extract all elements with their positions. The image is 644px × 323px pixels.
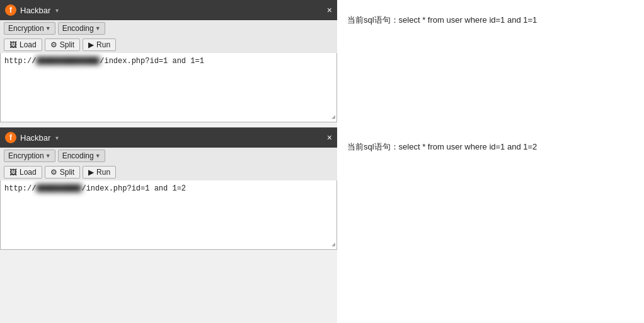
actions-row-1: 🖼 Load ⚙ Split ▶ Run bbox=[0, 37, 337, 53]
load-button-2[interactable]: 🖼 Load bbox=[4, 166, 42, 179]
split-icon-2: ⚙ bbox=[50, 168, 57, 177]
run-button-1[interactable]: ▶ Run bbox=[83, 38, 116, 51]
encryption-arrow-2: ▼ bbox=[45, 153, 51, 159]
url-display-2: http://██████████/index.php?id=1 and 1=2… bbox=[0, 180, 337, 250]
load-icon-2: 🖼 bbox=[9, 168, 17, 177]
hackbar-title-left-2: f Hackbar ▾ bbox=[5, 132, 59, 143]
encryption-dropdown-2[interactable]: Encryption ▼ bbox=[4, 150, 55, 162]
encoding-label-1: Encoding bbox=[62, 24, 94, 33]
run-label-2: Run bbox=[96, 168, 110, 177]
hackbar-close-button-2[interactable]: × bbox=[327, 132, 332, 143]
actions-row-2: 🖼 Load ⚙ Split ▶ Run bbox=[0, 164, 337, 180]
encoding-dropdown-1[interactable]: Encoding ▼ bbox=[58, 22, 105, 35]
hackbar-title-text-1: Hackbar bbox=[20, 6, 50, 15]
encoding-arrow-1: ▼ bbox=[95, 25, 101, 32]
load-icon-1: 🖼 bbox=[9, 40, 17, 49]
encryption-label-1: Encryption bbox=[8, 24, 44, 33]
sql-text-1: 当前sql语句：select * from user where id=1 an… bbox=[347, 14, 634, 27]
toolbar-row-1: Encryption ▼ Encoding ▼ bbox=[0, 20, 337, 37]
hackbar-widget-1: f Hackbar ▾ × Encryption ▼ Encoding ▼ 🖼 … bbox=[0, 0, 337, 122]
hackbar-title-text-2: Hackbar bbox=[20, 133, 50, 143]
hackbar-titlebar-1: f Hackbar ▾ × bbox=[0, 0, 337, 20]
hackbar-close-button-1[interactable]: × bbox=[327, 5, 332, 15]
encoding-dropdown-2[interactable]: Encoding ▼ bbox=[58, 150, 105, 162]
encoding-arrow-2: ▼ bbox=[95, 153, 101, 159]
hackbar-logo-1: f bbox=[5, 4, 16, 16]
run-icon-1: ▶ bbox=[88, 40, 94, 49]
split-label-1: Split bbox=[60, 40, 74, 49]
url-display-1: http://██████████████/index.php?id=1 and… bbox=[0, 53, 337, 122]
hackbar-chevron-1: ▾ bbox=[55, 7, 59, 14]
url-suffix-2: /index.php?id=1 and 1=2 bbox=[81, 184, 186, 193]
resize-handle-2[interactable]: ◢ bbox=[331, 240, 335, 248]
url-suffix-1: /index.php?id=1 and 1=1 bbox=[100, 57, 204, 66]
load-button-1[interactable]: 🖼 Load bbox=[4, 38, 42, 51]
load-label-2: Load bbox=[20, 168, 37, 177]
split-icon-1: ⚙ bbox=[50, 40, 57, 49]
url-prefix-1: http:// bbox=[4, 57, 36, 66]
resize-handle-1[interactable]: ◢ bbox=[331, 113, 335, 120]
hackbar-chevron-2: ▾ bbox=[55, 134, 59, 141]
split-label-2: Split bbox=[60, 168, 74, 177]
encryption-label-2: Encryption bbox=[8, 151, 44, 160]
hackbar-title-left-1: f Hackbar ▾ bbox=[5, 4, 59, 16]
run-label-1: Run bbox=[96, 40, 110, 49]
hackbar-logo-2: f bbox=[5, 132, 16, 143]
run-button-2[interactable]: ▶ Run bbox=[83, 166, 116, 179]
encoding-label-2: Encoding bbox=[62, 151, 94, 160]
logo-icon-2: f bbox=[9, 133, 12, 142]
load-label-1: Load bbox=[20, 40, 37, 49]
encryption-arrow-1: ▼ bbox=[45, 25, 51, 32]
logo-icon-1: f bbox=[9, 6, 12, 15]
url-blurred-2: ██████████ bbox=[36, 184, 81, 193]
url-prefix-2: http:// bbox=[4, 184, 36, 193]
toolbar-row-2: Encryption ▼ Encoding ▼ bbox=[0, 148, 337, 164]
right-panel: 当前sql语句：select * from user where id=1 an… bbox=[337, 0, 644, 323]
hackbar-widget-2: f Hackbar ▾ × Encryption ▼ Encoding ▼ 🖼 … bbox=[0, 127, 337, 250]
left-panel: f Hackbar ▾ × Encryption ▼ Encoding ▼ 🖼 … bbox=[0, 0, 337, 323]
url-blurred-1: ██████████████ bbox=[36, 57, 100, 66]
sql-text-2: 当前sql语句：select * from user where id=1 an… bbox=[347, 141, 634, 154]
hackbar-titlebar-2: f Hackbar ▾ × bbox=[0, 127, 337, 148]
split-button-2[interactable]: ⚙ Split bbox=[45, 166, 80, 179]
split-button-1[interactable]: ⚙ Split bbox=[45, 38, 80, 51]
encryption-dropdown-1[interactable]: Encryption ▼ bbox=[4, 22, 55, 35]
run-icon-2: ▶ bbox=[88, 168, 94, 177]
